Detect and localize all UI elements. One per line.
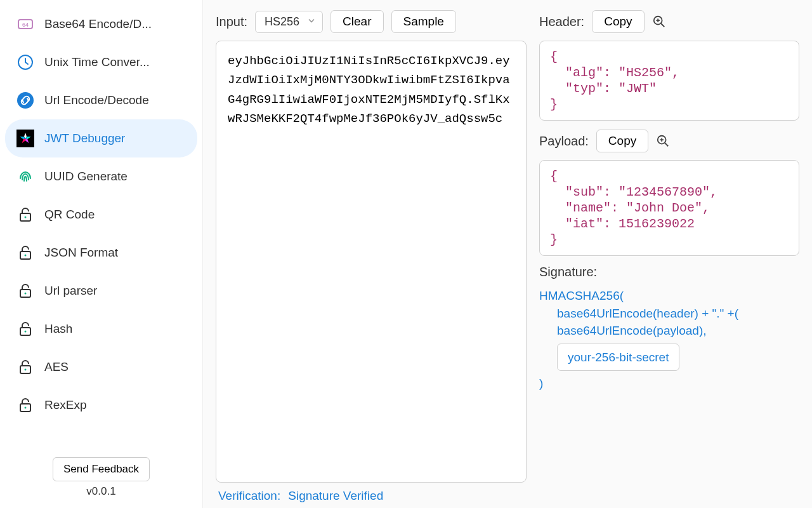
svg-point-3 bbox=[17, 92, 34, 109]
sidebar-item-base64[interactable]: 64 Base64 Encode/D... bbox=[5, 5, 197, 43]
lock-icon bbox=[16, 358, 34, 376]
signature-line4: ) bbox=[539, 375, 799, 392]
input-label: Input: bbox=[216, 15, 247, 29]
header-label: Header: bbox=[539, 15, 584, 29]
verification-status: Signature Verified bbox=[288, 489, 383, 503]
header-toolbar: Header: Copy bbox=[539, 10, 799, 33]
input-panel: Input: HS256 Clear Sample Verification: … bbox=[216, 10, 527, 503]
lock-icon bbox=[16, 396, 34, 414]
signature-secret-input[interactable]: your-256-bit-secret bbox=[557, 344, 679, 371]
sidebar-item-label: UUID Generate bbox=[44, 170, 128, 184]
sidebar-item-label: JSON Format bbox=[44, 246, 118, 260]
svg-line-22 bbox=[665, 143, 669, 147]
signature-line1: HMACSHA256( bbox=[539, 287, 799, 305]
fingerprint-icon bbox=[16, 168, 34, 185]
clock-icon bbox=[16, 53, 34, 71]
sidebar-footer: Send Feedback v0.0.1 bbox=[5, 457, 197, 503]
zoom-in-icon[interactable] bbox=[652, 15, 666, 29]
sidebar-item-json[interactable]: JSON Format bbox=[5, 234, 197, 272]
sidebar-item-qrcode[interactable]: QR Code bbox=[5, 196, 197, 234]
verification-label: Verification: bbox=[218, 489, 280, 503]
sidebar-item-label: Base64 Encode/D... bbox=[44, 17, 152, 31]
header-copy-button[interactable]: Copy bbox=[592, 10, 644, 33]
zoom-in-icon[interactable] bbox=[656, 134, 670, 148]
svg-point-14 bbox=[25, 369, 27, 371]
svg-line-18 bbox=[660, 23, 664, 27]
sidebar-item-label: Unix Time Conver... bbox=[44, 55, 150, 69]
jwt-icon bbox=[16, 130, 34, 147]
sidebar-item-regexp[interactable]: RexExp bbox=[5, 386, 197, 424]
chevron-down-icon bbox=[307, 15, 316, 29]
sidebar: 64 Base64 Encode/D... Unix Time Conver..… bbox=[0, 0, 203, 508]
svg-point-10 bbox=[25, 293, 27, 295]
signature-block: HMACSHA256( base64UrlEncode(header) + ".… bbox=[539, 287, 799, 392]
lock-icon bbox=[16, 244, 34, 262]
sidebar-item-label: QR Code bbox=[44, 208, 95, 222]
sidebar-item-uuid[interactable]: UUID Generate bbox=[5, 157, 197, 196]
send-feedback-button[interactable]: Send Feedback bbox=[53, 457, 150, 481]
clear-button[interactable]: Clear bbox=[331, 10, 383, 33]
sidebar-item-label: Url parser bbox=[44, 284, 97, 298]
algorithm-value: HS256 bbox=[265, 15, 299, 28]
version-label: v0.0.1 bbox=[5, 485, 197, 498]
svg-point-8 bbox=[25, 255, 27, 257]
sidebar-item-label: Hash bbox=[44, 322, 72, 336]
link-icon bbox=[16, 91, 34, 109]
header-json[interactable]: { "alg": "HS256", "typ": "JWT" } bbox=[539, 41, 799, 121]
sidebar-item-label: RexExp bbox=[44, 398, 87, 412]
lock-icon bbox=[16, 206, 34, 224]
sidebar-item-label: Url Encode/Decode bbox=[44, 93, 149, 107]
signature-toolbar: Signature: bbox=[539, 265, 799, 279]
lock-icon bbox=[16, 320, 34, 338]
sidebar-item-urlparser[interactable]: Url parser bbox=[5, 272, 197, 310]
signature-line3: base64UrlEncode(payload), bbox=[539, 322, 799, 340]
input-toolbar: Input: HS256 Clear Sample bbox=[216, 10, 527, 33]
payload-copy-button[interactable]: Copy bbox=[596, 130, 648, 152]
lock-icon bbox=[16, 282, 34, 300]
svg-text:64: 64 bbox=[22, 22, 29, 28]
sidebar-item-label: JWT Debugger bbox=[44, 131, 125, 145]
payload-toolbar: Payload: Copy bbox=[539, 130, 799, 152]
algorithm-select[interactable]: HS256 bbox=[255, 11, 323, 33]
sidebar-item-jwt[interactable]: JWT Debugger bbox=[5, 119, 197, 157]
base64-icon: 64 bbox=[16, 15, 34, 33]
sidebar-item-label: AES bbox=[44, 360, 69, 374]
sample-button[interactable]: Sample bbox=[391, 10, 456, 33]
verification-row: Verification: Signature Verified bbox=[216, 483, 527, 503]
svg-point-16 bbox=[25, 407, 27, 409]
svg-point-6 bbox=[25, 217, 27, 218]
svg-point-12 bbox=[25, 331, 27, 333]
payload-label: Payload: bbox=[539, 134, 589, 149]
sidebar-item-unixtime[interactable]: Unix Time Conver... bbox=[5, 43, 197, 81]
payload-json[interactable]: { "sub": "1234567890", "name": "John Doe… bbox=[539, 160, 799, 256]
jwt-input[interactable] bbox=[216, 41, 527, 483]
sidebar-item-hash[interactable]: Hash bbox=[5, 310, 197, 348]
signature-label: Signature: bbox=[539, 265, 597, 279]
sidebar-item-urlencode[interactable]: Url Encode/Decode bbox=[5, 81, 197, 119]
nav-list: 64 Base64 Encode/D... Unix Time Conver..… bbox=[5, 5, 197, 457]
signature-line2: base64UrlEncode(header) + "." +( bbox=[539, 305, 799, 323]
main-panel: Input: HS256 Clear Sample Verification: … bbox=[203, 0, 812, 508]
sidebar-item-aes[interactable]: AES bbox=[5, 348, 197, 386]
decoded-panel: Header: Copy { "alg": "HS256", "typ": "J… bbox=[539, 10, 799, 503]
